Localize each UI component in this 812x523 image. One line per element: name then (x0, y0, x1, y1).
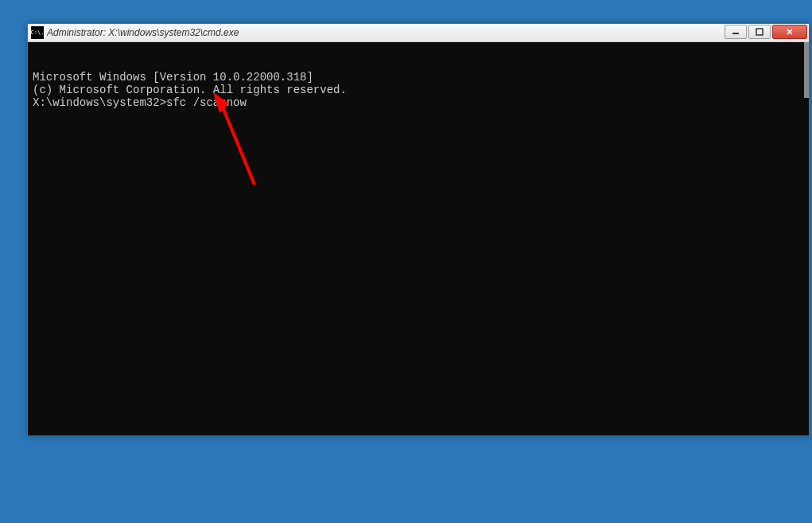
terminal[interactable]: Microsoft Windows [Version 10.0.22000.31… (28, 42, 809, 435)
terminal-output-line: (c) Microsoft Corporation. All rights re… (33, 84, 804, 96)
window-controls (725, 25, 807, 41)
maximize-button[interactable] (748, 25, 771, 39)
cmd-icon: C:\. (31, 26, 44, 39)
minimize-button[interactable] (725, 25, 747, 39)
minimize-icon (732, 28, 740, 36)
close-icon (786, 28, 794, 36)
cmd-window: C:\. Administrator: X:\windows\system32\… (27, 23, 810, 436)
terminal-command: sfc /scannow (166, 96, 247, 109)
maximize-icon (756, 28, 763, 36)
titlebar[interactable]: C:\. Administrator: X:\windows\system32\… (28, 24, 809, 42)
terminal-prompt: X:\windows\system32> (33, 96, 166, 109)
terminal-prompt-line: X:\windows\system32>sfc /scannow (33, 96, 804, 109)
window-title: Administrator: X:\windows\system32\cmd.e… (47, 27, 725, 38)
svg-rect-0 (732, 33, 739, 34)
svg-rect-1 (756, 29, 763, 35)
terminal-output-line: Microsoft Windows [Version 10.0.22000.31… (33, 71, 804, 84)
close-button[interactable] (772, 25, 807, 39)
scrollbar[interactable] (804, 42, 809, 98)
